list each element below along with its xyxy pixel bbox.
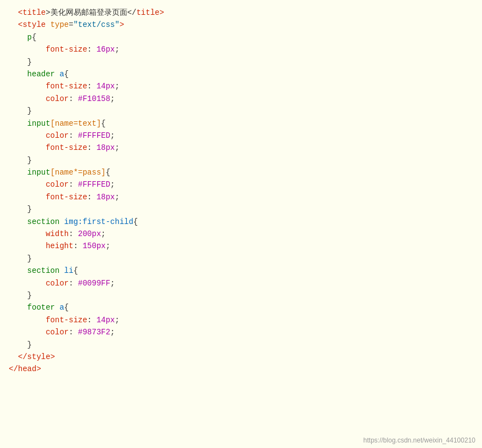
token: height xyxy=(46,240,73,252)
token xyxy=(9,253,27,265)
token: : xyxy=(74,240,78,252)
token: color xyxy=(46,277,69,289)
token xyxy=(9,314,46,326)
token xyxy=(9,80,46,92)
token xyxy=(74,277,78,289)
token xyxy=(9,240,46,252)
token: = xyxy=(74,117,78,130)
token: ; xyxy=(115,80,119,92)
token xyxy=(9,43,46,55)
token xyxy=(9,154,27,166)
token xyxy=(59,216,64,228)
code-line: <style type="text/css"> xyxy=(0,19,482,31)
token: font-size xyxy=(46,43,87,55)
token xyxy=(92,191,96,203)
token: </ xyxy=(9,351,27,363)
token: name xyxy=(55,166,74,178)
token xyxy=(46,19,50,31)
token: > xyxy=(159,7,164,19)
token: font-size xyxy=(46,191,87,203)
token: ; xyxy=(105,240,110,252)
token: { xyxy=(133,216,138,228)
token: > xyxy=(51,351,55,363)
token: { xyxy=(74,265,78,277)
code-line: } xyxy=(0,253,482,265)
code-line: p{ xyxy=(0,31,482,43)
token: : xyxy=(87,142,92,154)
token: #FFFFED xyxy=(78,130,110,142)
token: 14px xyxy=(97,314,115,326)
token: style xyxy=(27,351,51,363)
token: title xyxy=(136,7,159,19)
token: { xyxy=(32,31,36,43)
code-line: color: #F10158; xyxy=(0,93,482,105)
code-line: } xyxy=(0,203,482,215)
token xyxy=(92,314,96,326)
token: name xyxy=(55,117,74,130)
token: < xyxy=(9,19,23,31)
code-line: section li{ xyxy=(0,265,482,277)
token xyxy=(9,105,27,117)
token: : xyxy=(69,228,73,240)
token: } xyxy=(27,105,32,117)
code-line: <title>美化网易邮箱登录页面</title> xyxy=(0,7,482,19)
token: 150px xyxy=(82,240,105,252)
token: : xyxy=(69,93,73,105)
token: section xyxy=(27,216,60,228)
token: ; xyxy=(110,93,115,105)
token xyxy=(55,68,59,80)
token xyxy=(9,31,27,43)
token: font-size xyxy=(46,314,87,326)
token: : xyxy=(69,130,73,142)
token xyxy=(9,289,27,301)
token: ; xyxy=(110,277,115,289)
code-line: </style> xyxy=(0,351,482,363)
token: : xyxy=(69,277,73,289)
token xyxy=(9,117,27,130)
token: #0099FF xyxy=(78,277,110,289)
token xyxy=(9,277,46,289)
token: pass xyxy=(82,166,101,178)
token: color xyxy=(46,326,69,338)
token xyxy=(9,216,27,228)
token: ; xyxy=(101,228,105,240)
token: : xyxy=(87,314,92,326)
token xyxy=(9,166,27,178)
token: header xyxy=(27,68,55,80)
token: = xyxy=(69,19,73,31)
token: ; xyxy=(115,142,119,154)
token: : xyxy=(87,80,92,92)
code-line: input[name=text]{ xyxy=(0,117,482,130)
token: } xyxy=(27,154,32,166)
token: input xyxy=(27,166,51,178)
token xyxy=(9,301,27,313)
token: #9873F2 xyxy=(78,326,110,338)
code-line: } xyxy=(0,339,482,351)
token: #F10158 xyxy=(78,93,110,105)
token: } xyxy=(27,289,32,301)
token xyxy=(92,80,96,92)
token: [ xyxy=(51,117,55,130)
code-lines: <title>美化网易邮箱登录页面</title> <style type="t… xyxy=(0,7,482,376)
token xyxy=(55,301,59,313)
token: ; xyxy=(115,43,119,55)
token: color xyxy=(46,93,69,105)
code-line: font-size: 14px; xyxy=(0,314,482,326)
token xyxy=(92,43,96,55)
token xyxy=(74,326,78,338)
token: color xyxy=(46,130,69,142)
token xyxy=(9,142,46,154)
token xyxy=(9,228,46,240)
code-editor: <title>美化网易邮箱登录页面</title> <style type="t… xyxy=(0,4,482,448)
token: : xyxy=(69,326,73,338)
code-line: } xyxy=(0,289,482,301)
code-line: font-size: 14px; xyxy=(0,80,482,92)
token xyxy=(9,326,46,338)
token: #FFFFED xyxy=(78,178,110,191)
token: font-size xyxy=(46,80,87,92)
code-line: } xyxy=(0,154,482,166)
token: </ xyxy=(9,363,18,375)
code-line: } xyxy=(0,105,482,117)
token: ] xyxy=(101,166,105,178)
token: ] xyxy=(97,117,101,130)
